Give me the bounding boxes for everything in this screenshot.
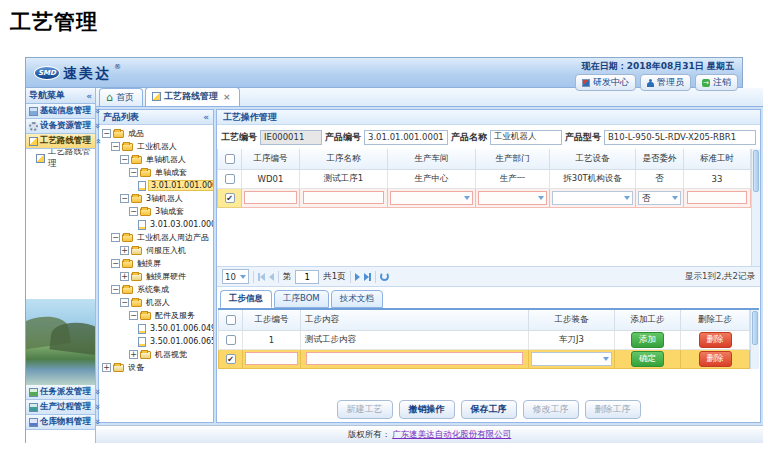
tree-node[interactable]: 触摸屏硬件 xyxy=(99,270,213,283)
expand-expander-icon[interactable] xyxy=(120,246,129,255)
col-header[interactable]: 添加工步 xyxy=(615,310,681,330)
collapse-expander-icon[interactable] xyxy=(120,155,129,164)
tree-node[interactable]: 单轴成套 xyxy=(99,166,213,179)
edit-step-name-input[interactable] xyxy=(303,191,383,204)
new-craft-button[interactable]: 新建工艺 xyxy=(337,400,393,419)
collapse-expander-icon[interactable] xyxy=(111,259,120,268)
company-link[interactable]: 广东速美达自动化股份有限公司 xyxy=(392,429,511,441)
collapse-tree-icon[interactable]: « xyxy=(203,112,209,122)
tree-node[interactable]: 配件及服务 xyxy=(99,309,213,322)
tree-node[interactable]: 3.01.03.001.0003 xyxy=(99,218,213,231)
equipment-select[interactable] xyxy=(552,191,633,205)
add-step-button[interactable]: 添加 xyxy=(631,332,664,348)
tree-node[interactable]: 3.50.01.006.0493 xyxy=(99,322,213,335)
step-equipment-select[interactable] xyxy=(531,352,612,366)
admin-button[interactable]: 管理员 xyxy=(640,74,691,91)
select-all-checkbox[interactable] xyxy=(226,315,236,325)
edit-std-hours-input[interactable] xyxy=(687,191,748,204)
col-header[interactable]: 生产车间 xyxy=(388,149,476,169)
tree-node[interactable]: 触摸屏 xyxy=(99,257,213,270)
collapse-expander-icon[interactable] xyxy=(120,298,129,307)
tree-node[interactable]: 单轴机器人 xyxy=(99,153,213,166)
delete-step-button[interactable]: 删除 xyxy=(699,351,732,367)
collapse-sidebar-icon[interactable]: « xyxy=(86,91,92,101)
product-no-field[interactable] xyxy=(364,130,448,145)
collapse-expander-icon[interactable] xyxy=(111,233,120,242)
tab-process-bom[interactable]: 工序BOM xyxy=(274,290,329,308)
page-number-input[interactable] xyxy=(295,270,319,284)
col-header[interactable]: 是否委外 xyxy=(636,149,684,169)
col-header[interactable]: 删除工步 xyxy=(681,310,750,330)
department-select[interactable] xyxy=(478,191,547,205)
tree-node[interactable]: 3.50.01.006.0657 xyxy=(99,335,213,348)
table-edit-row[interactable]: 否 xyxy=(218,188,751,207)
outsource-select[interactable]: 否 xyxy=(638,191,681,205)
col-header[interactable]: 标准工时 xyxy=(684,149,751,169)
nav-group-process-route[interactable]: 工艺路线管理 » xyxy=(26,134,95,149)
product-name-field[interactable] xyxy=(490,130,562,145)
tree-node[interactable]: 成品 xyxy=(99,127,213,140)
row-checkbox-checked[interactable] xyxy=(225,193,235,203)
workshop-select[interactable] xyxy=(390,191,473,205)
first-page-button[interactable] xyxy=(258,273,265,281)
tree-node[interactable]: 3轴机器人 xyxy=(99,192,213,205)
nav-group-basic-info[interactable]: 基础信息管理 » xyxy=(26,104,95,119)
tree-node[interactable]: 工业机器人 xyxy=(99,140,213,153)
next-page-button[interactable] xyxy=(355,273,360,281)
scrollbar-thumb[interactable] xyxy=(752,311,758,345)
col-header[interactable]: 工序编号 xyxy=(242,149,300,169)
tree-node[interactable]: 设备 xyxy=(99,361,213,374)
collapse-expander-icon[interactable] xyxy=(120,194,129,203)
table-edit-row[interactable]: 确定 删除 xyxy=(219,349,750,368)
undo-button[interactable]: 撤销操作 xyxy=(399,400,455,419)
tab-home[interactable]: ⌂ 首页 xyxy=(99,88,143,106)
nav-group-production[interactable]: 生产过程管理 » xyxy=(26,400,95,415)
col-header[interactable]: 生产部门 xyxy=(476,149,550,169)
vertical-scrollbar[interactable] xyxy=(751,149,760,266)
tree-node[interactable]: 工业机器人周边产品 xyxy=(99,231,213,244)
collapse-expander-icon[interactable] xyxy=(102,129,111,138)
collapse-expander-icon[interactable] xyxy=(129,311,138,320)
collapse-expander-icon[interactable] xyxy=(111,142,120,151)
col-header[interactable]: 工步编号 xyxy=(243,310,301,330)
edit-step-no-input[interactable] xyxy=(245,352,297,365)
page-size-select[interactable]: 10 xyxy=(222,269,249,284)
refresh-icon[interactable] xyxy=(380,272,389,281)
row-checkbox-checked[interactable] xyxy=(226,354,236,364)
collapse-expander-icon[interactable] xyxy=(129,168,138,177)
table-row[interactable]: 1 测试工步内容 车刀J3 添加 删除 xyxy=(219,330,750,349)
tree-node[interactable]: 机器人 xyxy=(99,296,213,309)
tree-node[interactable]: 伺服压入机 xyxy=(99,244,213,257)
rd-center-button[interactable]: 研发中心 xyxy=(575,74,636,91)
modify-process-button[interactable]: 修改工序 xyxy=(523,400,579,419)
delete-process-button[interactable]: 删除工序 xyxy=(585,400,641,419)
edit-step-no-input[interactable] xyxy=(244,191,296,204)
select-all-checkbox[interactable] xyxy=(225,154,235,164)
tree-node-selected[interactable]: 3.01.01.001.0001 xyxy=(99,179,213,192)
expand-expander-icon[interactable] xyxy=(102,363,111,372)
product-model-field[interactable] xyxy=(604,130,756,145)
nav-group-warehouse[interactable]: 仓库物料管理 » xyxy=(26,415,95,430)
col-header[interactable]: 工步装备 xyxy=(529,310,615,330)
vertical-scrollbar[interactable] xyxy=(750,310,759,369)
tree-node[interactable]: 系统集成 xyxy=(99,283,213,296)
delete-step-button[interactable]: 删除 xyxy=(699,332,732,348)
save-process-button[interactable]: 保存工序 xyxy=(461,400,517,419)
tree-node[interactable]: 机器视觉 xyxy=(99,348,213,361)
nav-group-equipment[interactable]: 设备资源管理 » xyxy=(26,119,95,134)
col-header[interactable]: 工序名称 xyxy=(300,149,388,169)
tree-node[interactable]: 3轴成套 xyxy=(99,205,213,218)
scrollbar-thumb[interactable] xyxy=(753,150,759,192)
nav-item-process-route[interactable]: 工艺路线管理 xyxy=(26,149,95,167)
table-row[interactable]: WD01 测试工序1 生产中心 生产一 拆30T机构设备 否 33 xyxy=(218,169,751,188)
nav-group-task-dispatch[interactable]: 任务派发管理 » xyxy=(26,385,95,400)
close-icon[interactable]: × xyxy=(223,92,231,102)
confirm-step-button[interactable]: 确定 xyxy=(631,351,664,367)
logout-button[interactable]: → 注销 xyxy=(695,74,738,91)
col-header[interactable]: 工步内容 xyxy=(301,310,529,330)
col-header[interactable]: 工艺设备 xyxy=(550,149,636,169)
collapse-expander-icon[interactable] xyxy=(111,285,120,294)
expand-expander-icon[interactable] xyxy=(120,272,129,281)
row-checkbox[interactable] xyxy=(226,335,236,345)
tab-process-route[interactable]: 工艺路线管理 × xyxy=(145,87,240,106)
